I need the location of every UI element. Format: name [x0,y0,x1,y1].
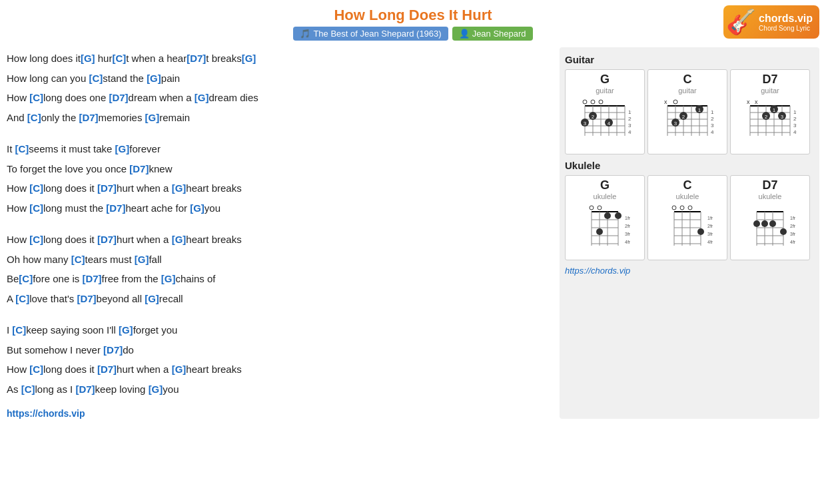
chord[interactable]: [C] [89,73,103,84]
chord[interactable]: [D7] [97,182,117,194]
chord-type: ukulele [733,192,807,200]
chord[interactable]: [D7] [77,293,96,304]
svg-text:1fr: 1fr [625,216,631,220]
album-badge[interactable]: 🎵 The Best of Jean Shepard (1963) [293,27,448,41]
chord[interactable]: [C] [12,324,26,336]
guitar-chords-row: G guitar [565,69,814,154]
artist-badge[interactable]: 👤 Jean Shepard [452,27,533,41]
chord[interactable]: [G] [195,92,209,103]
chord[interactable]: [D7] [106,202,125,214]
lyrics-line: How [C]long does one [D7]dream when a [G… [7,89,549,107]
chord[interactable]: [D7] [82,273,101,284]
chord[interactable]: [C] [29,92,43,103]
chord[interactable]: [C] [21,383,35,395]
chord-diagram-D7-guitar[interactable]: D7 guitar x x [730,69,810,154]
chord-name: G [568,73,641,87]
artist-label: Jean Shepard [472,29,526,39]
chord[interactable]: [C] [112,53,126,64]
svg-text:1fr: 1fr [711,109,714,115]
chord[interactable]: [D7] [129,163,149,174]
svg-point-12 [591,100,595,104]
chord[interactable]: [G] [147,73,161,84]
chord[interactable]: [D7] [187,53,206,64]
chord[interactable]: [D7] [109,92,128,103]
chord[interactable]: [D7] [103,344,123,356]
chord[interactable]: [C] [19,273,33,284]
chord-diagram-C-guitar[interactable]: C guitar x [647,69,727,154]
chord-diagram-G-guitar[interactable]: G guitar [565,69,645,154]
svg-text:3: 3 [674,121,677,126]
chord[interactable]: [G] [172,364,187,375]
svg-text:4fr: 4fr [707,240,713,244]
svg-point-70 [590,206,594,210]
svg-text:2fr: 2fr [711,116,714,122]
album-icon: 🎵 [300,29,310,39]
chord[interactable]: [G] [145,293,159,304]
chord[interactable]: [C] [27,112,41,123]
lyrics-line: To forget the love you once [D7]knew [7,160,549,178]
chord[interactable]: [C] [29,364,43,375]
chord[interactable]: [D7] [97,234,117,245]
svg-point-13 [599,100,603,104]
svg-point-71 [598,206,602,210]
chord[interactable]: [C] [29,182,43,194]
svg-text:1fr: 1fr [793,109,797,115]
chord[interactable]: [G] [81,53,95,64]
svg-text:2fr: 2fr [628,116,631,122]
lyrics-line: A [C]love that's [D7]beyond all [G]recal… [7,290,549,308]
song-title[interactable]: How Long Does It Hurt [334,7,492,23]
chord[interactable]: [C] [15,143,29,154]
chord-diagram-D7-ukulele[interactable]: D7 ukulele [730,175,810,260]
svg-text:3fr: 3fr [628,123,631,128]
svg-text:x: x [755,99,758,105]
lyrics-line: Be[C]fore one is [D7]free from the [G]ch… [7,270,549,288]
chord-name: D7 [733,178,807,192]
svg-point-115 [761,220,768,227]
chord[interactable]: [G] [145,112,160,123]
chord[interactable]: [C] [15,293,29,304]
chord[interactable]: [G] [190,202,205,214]
chord-name: C [651,73,724,87]
svg-point-11 [583,100,587,104]
chord[interactable]: [G] [172,234,187,245]
footer-url[interactable]: https://chords.vip [7,408,549,419]
chord[interactable]: [G] [119,324,133,336]
svg-point-83 [596,228,603,235]
lyrics-line: How [C]long does it [D7]hurt when a [G]h… [7,180,549,197]
svg-text:2fr: 2fr [707,224,713,228]
chord[interactable]: [G] [172,182,187,194]
chord[interactable]: [G] [242,53,256,64]
lyrics-line: As [C]long as I [D7]keep loving [G]you [7,381,549,398]
chord-grid-svg: 1fr 2fr 3fr 4fr [661,202,714,255]
chord[interactable]: [D7] [75,383,95,395]
chord[interactable]: [D7] [97,364,117,375]
svg-text:3fr: 3fr [711,123,714,128]
chord[interactable]: [G] [115,143,130,154]
chord-panel-url[interactable]: https://chords.vip [565,266,814,276]
chord-diagram-G-ukulele[interactable]: G ukulele [565,175,645,260]
svg-text:1: 1 [773,107,776,113]
chord-grid-svg: 1fr 2fr 3fr 4fr [743,202,797,255]
svg-point-114 [753,220,760,227]
svg-text:4: 4 [608,121,611,126]
chord[interactable]: [C] [71,254,85,265]
svg-text:x: x [664,99,667,105]
chord[interactable]: [G] [149,383,163,395]
chord[interactable]: [D7] [79,112,98,123]
svg-text:2fr: 2fr [793,116,797,122]
chord[interactable]: [G] [161,273,176,284]
svg-text:1fr: 1fr [628,109,631,115]
svg-text:4fr: 4fr [711,129,714,135]
svg-text:3fr: 3fr [625,232,631,236]
svg-point-88 [672,206,676,210]
svg-text:2: 2 [765,114,768,120]
chord-type: ukulele [651,192,724,200]
ukulele-chords-row: G ukulele [565,175,814,260]
chord[interactable]: [C] [29,234,43,245]
chord-grid-svg: x x 1 [743,96,797,149]
svg-text:4fr: 4fr [625,240,631,244]
chord[interactable]: [G] [135,254,149,265]
chord-diagram-C-ukulele[interactable]: C ukulele [647,175,727,260]
chord[interactable]: [C] [29,202,43,214]
ukulele-section-title: Ukulele [565,160,814,171]
